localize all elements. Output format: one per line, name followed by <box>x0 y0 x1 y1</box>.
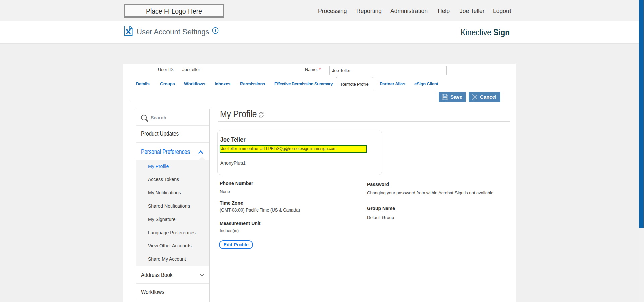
svg-text:i: i <box>215 28 216 33</box>
